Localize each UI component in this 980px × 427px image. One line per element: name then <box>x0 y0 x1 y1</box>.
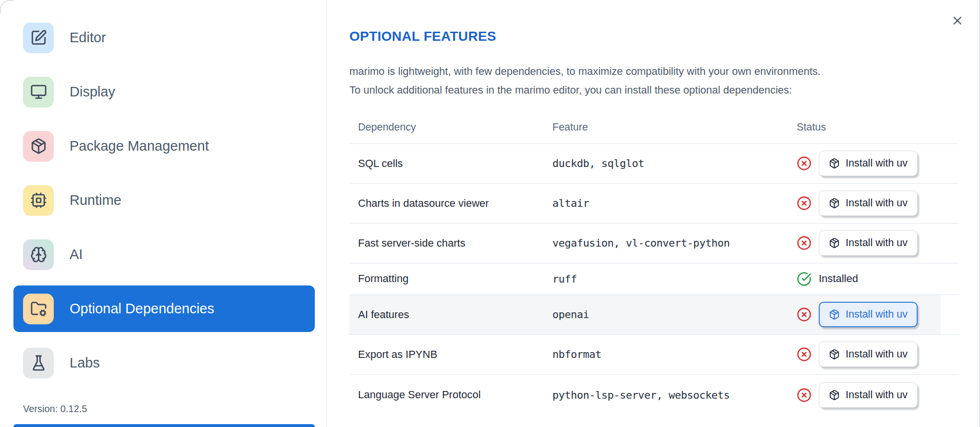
install-with-uv-button[interactable]: Install with uv <box>819 382 918 408</box>
sidebar-item-label: Display <box>70 84 115 100</box>
dependency-cell: SQL cells <box>358 157 552 170</box>
table-row-ai-features: AI featuresopenaiInstall with uv <box>349 295 958 334</box>
install-with-uv-button[interactable]: Install with uv <box>819 190 918 216</box>
table-row-export-as-ipynb: Export as IPYNBnbformatInstall with uv <box>349 334 958 374</box>
dependency-cell: Export as IPYNB <box>358 348 552 361</box>
cpu-icon <box>30 192 47 209</box>
install-button-label: Install with uv <box>846 157 908 169</box>
circle-x-icon <box>797 236 812 250</box>
flask-icon <box>30 355 47 371</box>
optional-features-panel: OPTIONAL FEATURES marimo is lightweight,… <box>327 0 980 427</box>
install-with-uv-button[interactable]: Install with uv <box>819 230 918 256</box>
circle-check-icon <box>797 272 812 286</box>
sidebar-item-runtime[interactable]: Runtime <box>13 177 315 224</box>
feature-cell: ruff <box>552 273 797 285</box>
column-header-feature: Feature <box>552 121 797 133</box>
sidebar-item-label: Labs <box>70 355 100 371</box>
table-header-row: Dependency Feature Status <box>349 112 958 143</box>
circle-x-icon <box>797 307 812 322</box>
folder-cog-icon <box>30 300 47 317</box>
sidebar-item-optional-dependencies[interactable]: Optional Dependencies <box>13 285 315 332</box>
x-icon <box>951 14 964 27</box>
sidebar-item-label: Runtime <box>70 192 121 208</box>
dependency-cell: Fast server-side charts <box>358 237 552 249</box>
status-cell: Install with uv <box>797 342 958 367</box>
panel-description: marimo is lightweight, with few dependen… <box>349 62 964 99</box>
description-line-1: marimo is lightweight, with few dependen… <box>349 65 821 77</box>
column-header-dependency: Dependency <box>358 121 552 133</box>
panel-title: OPTIONAL FEATURES <box>349 28 980 45</box>
dependencies-table: Dependency Feature Status SQL cellsduckd… <box>349 112 958 415</box>
feature-cell: duckdb, sqlglot <box>552 157 797 169</box>
package-icon <box>829 349 840 360</box>
status-cell: Install with uv <box>797 190 958 216</box>
sidebar-item-display[interactable]: Display <box>13 69 315 115</box>
sidebar-item-icon-tile <box>23 185 54 216</box>
package-icon <box>30 138 47 154</box>
feature-cell: altair <box>552 197 797 209</box>
package-icon <box>829 309 840 320</box>
package-icon <box>829 390 840 401</box>
sidebar-item-label: Optional Dependencies <box>70 301 214 317</box>
status-cell: Install with uv <box>797 230 958 256</box>
package-icon <box>829 237 840 249</box>
column-header-status: Status <box>797 121 958 133</box>
install-button-label: Install with uv <box>846 389 908 401</box>
sidebar-item-icon-tile <box>23 239 54 270</box>
dependency-cell: Formatting <box>358 273 552 285</box>
install-button-label: Install with uv <box>846 348 908 360</box>
circle-x-icon <box>797 156 812 171</box>
sidebar-item-icon-tile <box>23 348 54 379</box>
dependency-cell: Language Server Protocol <box>358 389 552 401</box>
sidebar-nav-list: EditorDisplayPackage ManagementRuntimeAI… <box>0 14 326 386</box>
description-line-2: To unlock additional features in the mar… <box>349 84 792 96</box>
dependency-cell: Charts in datasource viewer <box>358 197 552 210</box>
feature-cell: python-lsp-server, websockets <box>552 389 797 401</box>
status-cell: Install with uv <box>797 151 958 176</box>
circle-x-icon <box>797 388 812 403</box>
status-cell: Installed <box>797 272 958 286</box>
sidebar-item-editor[interactable]: Editor <box>13 14 315 61</box>
feature-cell: openai <box>552 308 797 320</box>
install-button-label: Install with uv <box>846 237 908 249</box>
status-cell: Install with uv <box>797 302 958 327</box>
sidebar-bottom-item-edge <box>13 424 315 427</box>
feature-cell: nbformat <box>552 348 797 360</box>
table-row-language-server-protocol: Language Server Protocolpython-lsp-serve… <box>349 374 958 415</box>
sidebar-item-labs[interactable]: Labs <box>13 340 315 386</box>
table-body: SQL cellsduckdb, sqlglotInstall with uvC… <box>349 143 958 415</box>
installed-label: Installed <box>819 273 858 285</box>
install-with-uv-button[interactable]: Install with uv <box>819 302 918 327</box>
package-icon <box>829 198 840 209</box>
sidebar-item-package-management[interactable]: Package Management <box>13 123 315 169</box>
table-row-sql-cells: SQL cellsduckdb, sqlglotInstall with uv <box>349 143 958 183</box>
monitor-icon <box>30 83 47 100</box>
square-pen-icon <box>30 29 47 46</box>
brain-icon <box>30 246 47 263</box>
circle-x-icon <box>797 347 812 362</box>
circle-x-icon <box>797 196 812 211</box>
install-button-label: Install with uv <box>846 308 908 320</box>
install-button-label: Install with uv <box>846 197 908 209</box>
install-with-uv-button[interactable]: Install with uv <box>819 151 918 176</box>
sidebar-item-icon-tile <box>23 294 54 324</box>
feature-cell: vegafusion, vl-convert-python <box>552 237 797 249</box>
close-button[interactable] <box>950 13 965 28</box>
package-icon <box>829 158 840 169</box>
table-row-charts-in-datasource-viewer: Charts in datasource vieweraltairInstall… <box>349 183 958 223</box>
version-label: Version: 0.12.5 <box>23 403 87 415</box>
table-row-formatting: FormattingruffInstalled <box>349 263 958 295</box>
sidebar-item-label: Package Management <box>70 138 209 154</box>
status-cell: Install with uv <box>797 382 958 408</box>
sidebar-item-label: AI <box>70 247 83 262</box>
dependency-cell: AI features <box>358 308 552 321</box>
sidebar-item-label: Editor <box>70 30 106 46</box>
sidebar-item-icon-tile <box>23 131 54 162</box>
settings-sidebar: EditorDisplayPackage ManagementRuntimeAI… <box>0 0 327 427</box>
install-with-uv-button[interactable]: Install with uv <box>819 342 918 367</box>
sidebar-item-icon-tile <box>23 23 54 53</box>
sidebar-item-ai[interactable]: AI <box>13 231 315 278</box>
table-row-fast-server-side-charts: Fast server-side chartsvegafusion, vl-co… <box>349 223 958 263</box>
sidebar-item-icon-tile <box>23 77 54 107</box>
